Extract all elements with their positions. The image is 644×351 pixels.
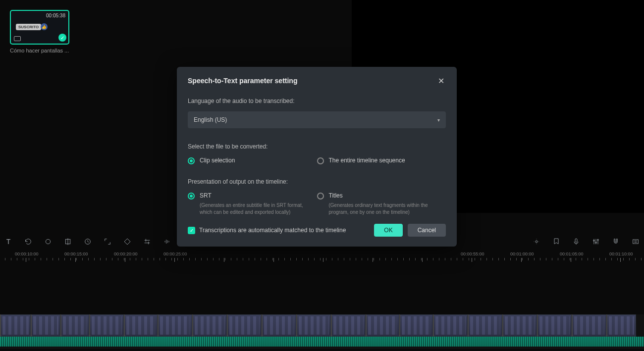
radio-titles[interactable]: Titles (Generates ordinary text fragment… bbox=[317, 192, 446, 216]
language-label: Language of the audio to be transcribed: bbox=[188, 98, 446, 104]
svg-point-3 bbox=[536, 241, 537, 243]
svg-rect-8 bbox=[633, 240, 639, 244]
suscrito-badge: SUSCRITO bbox=[16, 24, 41, 30]
language-select[interactable]: English (US) ▾ bbox=[188, 111, 446, 128]
dialog-title: Speech-to-Text parameter setting bbox=[188, 77, 297, 85]
close-icon[interactable]: ✕ bbox=[436, 76, 446, 86]
magnet-icon[interactable] bbox=[611, 237, 620, 246]
ruler-timestamp: 00:00:20:00 bbox=[114, 251, 138, 256]
video-clip[interactable] bbox=[227, 314, 262, 337]
radio-entire-timeline[interactable]: The entire timeline sequence bbox=[317, 157, 446, 164]
language-value: English (US) bbox=[194, 116, 227, 123]
auto-match-checkbox[interactable]: ✓ Transcriptions are automatically match… bbox=[188, 227, 346, 234]
dim-icon[interactable] bbox=[532, 237, 541, 246]
expand-icon[interactable] bbox=[103, 237, 112, 246]
timeline-ruler[interactable]: 00:00:10:0000:00:15:0000:00:20:0000:00:2… bbox=[0, 250, 644, 262]
video-clip[interactable] bbox=[468, 314, 502, 337]
video-clip[interactable] bbox=[262, 314, 296, 337]
adjust-icon[interactable] bbox=[143, 237, 152, 246]
video-track[interactable] bbox=[0, 314, 644, 337]
audio-track[interactable] bbox=[0, 337, 644, 347]
speed-icon[interactable] bbox=[83, 237, 92, 246]
video-clip[interactable] bbox=[296, 314, 331, 337]
radio-label: The entire timeline sequence bbox=[329, 157, 405, 164]
video-clip[interactable] bbox=[366, 314, 399, 337]
keyframe-icon[interactable] bbox=[123, 237, 132, 246]
video-clip[interactable] bbox=[537, 314, 572, 337]
audio-tool-icon[interactable] bbox=[162, 237, 171, 246]
radio-icon bbox=[317, 193, 324, 200]
ruler-timestamp: 00:00:25:00 bbox=[163, 251, 187, 256]
radio-icon bbox=[188, 193, 195, 200]
video-clip[interactable] bbox=[331, 314, 366, 337]
media-clip-thumbnail[interactable]: 00:05:38 SUSCRITO 👍 ✓ bbox=[10, 10, 69, 45]
clip-filename: Cómo hacer pantallas ... bbox=[10, 48, 69, 53]
svg-rect-4 bbox=[575, 239, 577, 242]
marker-icon[interactable] bbox=[552, 237, 561, 246]
clip-type-icon bbox=[14, 36, 21, 41]
ruler-timestamp: 00:00:10:00 bbox=[15, 251, 39, 256]
svg-point-0 bbox=[46, 239, 50, 244]
file-select-label: Select the file to be converted: bbox=[188, 143, 446, 150]
radio-label: SRT bbox=[200, 192, 309, 199]
radio-description: (Generates ordinary text fragments withi… bbox=[329, 202, 438, 216]
radio-label: Titles bbox=[329, 192, 438, 199]
fit-icon[interactable] bbox=[631, 237, 640, 246]
ruler-timestamp: 00:01:05:00 bbox=[560, 251, 584, 256]
radio-description: (Generates an entire subtitle file in SR… bbox=[200, 202, 309, 216]
ok-button[interactable]: OK bbox=[374, 224, 402, 237]
checkbox-icon: ✓ bbox=[188, 227, 195, 234]
video-clip[interactable] bbox=[124, 314, 158, 337]
radio-label: Clip selection bbox=[200, 157, 235, 164]
video-clip[interactable] bbox=[502, 314, 537, 337]
video-clip[interactable] bbox=[89, 314, 124, 337]
timeline-tracks[interactable] bbox=[0, 314, 644, 349]
video-clip[interactable] bbox=[31, 314, 60, 337]
radio-icon bbox=[188, 157, 195, 164]
radio-srt[interactable]: SRT (Generates an entire subtitle file i… bbox=[188, 192, 317, 216]
crop-icon[interactable] bbox=[63, 237, 72, 246]
video-clip[interactable] bbox=[158, 314, 192, 337]
text-tool-icon[interactable]: T bbox=[4, 237, 13, 246]
mic-icon[interactable] bbox=[572, 237, 581, 246]
radio-clip-selection[interactable]: Clip selection bbox=[188, 157, 317, 164]
checkbox-label: Transcriptions are automatically matched… bbox=[199, 227, 346, 234]
output-label: Presentation of output on the timeline: bbox=[188, 178, 446, 185]
video-clip[interactable] bbox=[572, 314, 606, 337]
undo-icon[interactable] bbox=[24, 237, 33, 246]
ruler-timestamp: 00:00:15:00 bbox=[64, 251, 88, 256]
thumbs-up-icon: 👍 bbox=[41, 23, 48, 30]
video-clip[interactable] bbox=[399, 314, 433, 337]
video-clip[interactable] bbox=[192, 314, 227, 337]
mixer-icon[interactable] bbox=[591, 237, 600, 246]
video-clip[interactable] bbox=[433, 314, 468, 337]
video-clip[interactable] bbox=[60, 314, 89, 337]
radio-icon bbox=[317, 157, 324, 164]
selected-check-icon: ✓ bbox=[58, 34, 66, 42]
video-clip[interactable] bbox=[606, 314, 636, 337]
cancel-button[interactable]: Cancel bbox=[408, 224, 446, 237]
video-clip[interactable] bbox=[0, 314, 31, 337]
chevron-down-icon: ▾ bbox=[437, 117, 440, 123]
speech-to-text-dialog: Speech-to-Text parameter setting ✕ Langu… bbox=[177, 67, 457, 247]
clip-duration: 00:05:38 bbox=[46, 13, 65, 18]
ruler-timestamp: 00:01:00:00 bbox=[510, 251, 534, 256]
ruler-timestamp: 00:00:55:00 bbox=[461, 251, 484, 256]
media-library: 00:05:38 SUSCRITO 👍 ✓ Cómo hacer pantall… bbox=[10, 10, 69, 53]
color-icon[interactable] bbox=[44, 237, 53, 246]
ruler-timestamp: 00:01:10:00 bbox=[609, 251, 633, 256]
